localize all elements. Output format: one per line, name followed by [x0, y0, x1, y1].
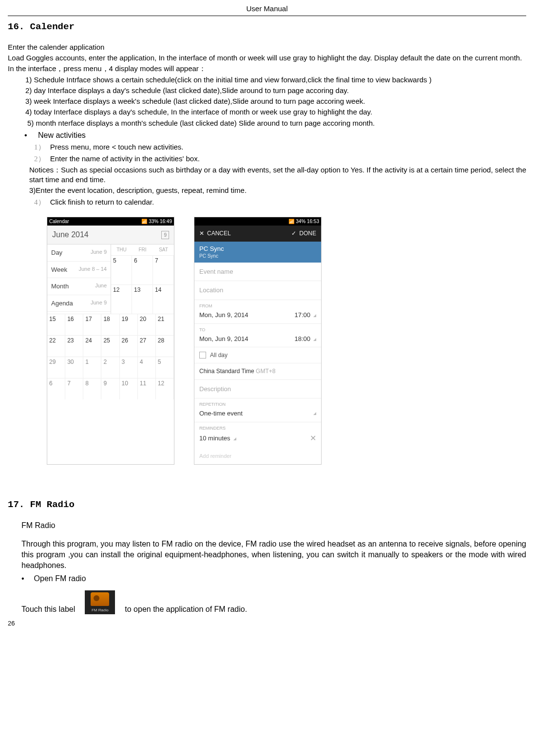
step-1: 1） Press menu, more < touch new activiti…	[8, 142, 526, 152]
from-time: 17:00	[294, 311, 310, 319]
to-row[interactable]: Mon, Jun 9, 2014 18:00	[194, 333, 321, 348]
calendar-cell[interactable]: 17	[83, 314, 101, 335]
status-right: 📶 34% 16:53	[288, 218, 319, 225]
remove-reminder-icon[interactable]: ✕	[310, 433, 316, 444]
step-4: 4） Click finish to return to calendar.	[8, 197, 526, 207]
step-2: 2） Enter the name of activity in the act…	[8, 154, 526, 164]
fm-radio-icon[interactable]: FM Radio	[85, 590, 115, 614]
calendar-cell[interactable]: 12	[156, 378, 174, 399]
calendar-cell[interactable]: 3	[120, 357, 138, 378]
checkbox-icon[interactable]	[199, 352, 206, 359]
event-name-field[interactable]: Event name	[194, 263, 321, 282]
calendar-account[interactable]: PC Sync PC Sync	[194, 242, 321, 263]
calendar-cell[interactable]: 23	[65, 335, 83, 357]
calendar-cell[interactable]: 24	[83, 335, 101, 357]
close-icon: ✕	[199, 229, 204, 237]
timezone-row[interactable]: China Standard Time GMT+8	[194, 363, 321, 379]
calendar-cell[interactable]: 10	[120, 378, 138, 399]
calendar-cell[interactable]: 22	[47, 335, 65, 357]
mode-1: 1) Schedule Intrface shows a certain sch…	[8, 75, 526, 85]
para-load: Load Goggles accounts, enter the applica…	[8, 53, 526, 63]
calendar-cell[interactable]: 25	[101, 335, 119, 357]
calendar-cell[interactable]: 6	[132, 255, 153, 284]
calendar-cell[interactable]: 5	[111, 255, 132, 284]
fm-bullet-label: Open FM radio	[34, 573, 86, 584]
location-field[interactable]: Location	[194, 281, 321, 300]
calendar-cell[interactable]: 20	[138, 314, 156, 335]
notices: Notices：Such as special occasions such a…	[8, 165, 526, 185]
bullet-dot-icon: •	[24, 130, 38, 141]
fm-touch-pre: Touch this label	[21, 604, 75, 615]
step-1-num: 1）	[34, 143, 45, 151]
mode-2: 2) day Interface displays a day's schedu…	[8, 86, 526, 95]
view-menu-item[interactable]: AgendaJune 9	[47, 295, 111, 312]
calendar-cell[interactable]: 15	[47, 314, 65, 335]
calendar-cell[interactable]: 6	[47, 378, 65, 399]
weekday-header: THUFRISAT	[111, 245, 174, 255]
check-icon: ✓	[291, 229, 296, 237]
calendar-cell[interactable]: 18	[101, 314, 119, 335]
from-label: FROM	[194, 300, 321, 309]
section-16-title: 16. Calender	[8, 21, 526, 34]
repetition-label: REPETITION	[194, 398, 321, 407]
calendar-cell[interactable]: 4	[138, 357, 156, 378]
page-header: User Manual	[8, 4, 526, 16]
calendar-cell[interactable]: 19	[120, 314, 138, 335]
calendar-cell[interactable]: 1	[83, 357, 101, 378]
bullet-new-activities: • New activities	[24, 130, 526, 141]
view-menu-item[interactable]: DayJune 9	[47, 245, 111, 262]
status-right: 📶 33% 16:49	[141, 218, 172, 225]
event-action-bar: ✕ CANCEL ✓ DONE	[194, 226, 321, 241]
repetition-row[interactable]: One-time event	[194, 407, 321, 422]
fm-heading: FM Radio	[21, 520, 526, 531]
calendar-cell[interactable]: 2	[101, 357, 119, 378]
to-time: 18:00	[294, 335, 310, 342]
fm-body: Through this program, you may listen to …	[21, 539, 526, 571]
calendar-header[interactable]: June 2014 9	[47, 226, 174, 245]
calendar-cell[interactable]: 13	[132, 284, 153, 314]
calendar-cell[interactable]: 30	[65, 357, 83, 378]
calendar-cell[interactable]: 27	[138, 335, 156, 357]
calendar-cell[interactable]: 14	[153, 284, 174, 314]
calendar-cell[interactable]: 8	[83, 378, 101, 399]
calendar-cell[interactable]: 9	[101, 378, 119, 399]
calendar-cell[interactable]: 12	[111, 284, 132, 314]
calendar-cell[interactable]: 7	[153, 255, 174, 284]
dropdown-icon	[233, 437, 236, 440]
weekday-label: FRI	[132, 245, 153, 255]
para-interface: In the interface，press menu，4 display mo…	[8, 64, 526, 74]
add-reminder[interactable]: Add reminder	[194, 448, 321, 465]
dropdown-icon	[313, 314, 316, 317]
view-menu-item[interactable]: WeekJune 8 – 14	[47, 262, 111, 279]
calendar-cell[interactable]: 26	[120, 335, 138, 357]
dropdown-icon	[313, 412, 316, 415]
reminder-value: 10 minutes	[199, 435, 230, 442]
dropdown-icon	[313, 338, 316, 341]
mode-5: 5) month nterface displays a month's sch…	[8, 118, 526, 128]
calendar-cell[interactable]: 11	[138, 378, 156, 399]
mode-3: 3) week Interface displays a week's sche…	[8, 96, 526, 106]
cancel-button[interactable]: ✕ CANCEL	[199, 229, 231, 237]
view-menu-item[interactable]: MonthJune	[47, 278, 111, 295]
description-field[interactable]: Description	[194, 380, 321, 399]
from-row[interactable]: Mon, Jun 9, 2014 17:00	[194, 309, 321, 324]
timezone-name: China Standard Time	[199, 368, 254, 375]
reminder-row[interactable]: 10 minutes ✕	[194, 431, 321, 448]
today-icon[interactable]: 9	[161, 231, 169, 240]
done-button[interactable]: ✓ DONE	[291, 229, 316, 237]
screenshot-event-editor: 📶 34% 16:53 ✕ CANCEL ✓ DONE PC Sync PC S…	[194, 217, 322, 465]
calendar-cell[interactable]: 16	[65, 314, 83, 335]
calendar-cell[interactable]: 7	[65, 378, 83, 399]
calendar-cell[interactable]: 29	[47, 357, 65, 378]
step-2-text: Enter the name of activity in the activi…	[50, 154, 200, 163]
fm-touch-row: Touch this label FM Radio to open the ap…	[21, 590, 526, 614]
battery-text: 33% 16:49	[149, 218, 172, 225]
calendar-cell[interactable]: 21	[156, 314, 174, 335]
step-4-num: 4）	[34, 198, 45, 206]
screenshot-calendar-month: Calendar 📶 33% 16:49 June 2014 9 DayJune…	[47, 217, 174, 465]
all-day-row[interactable]: All day	[194, 347, 321, 363]
sync-sub: PC Sync	[199, 253, 316, 260]
calendar-cell[interactable]: 5	[156, 357, 174, 378]
bullet-new-label: New activities	[38, 130, 86, 141]
calendar-cell[interactable]: 28	[156, 335, 174, 357]
